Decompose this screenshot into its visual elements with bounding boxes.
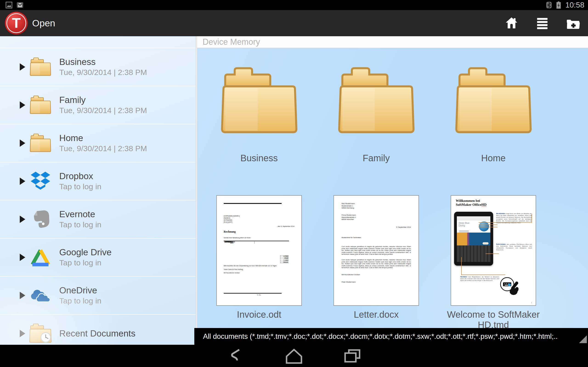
sidebar-item-dropbox[interactable]: Dropbox Tap to log in	[0, 162, 196, 200]
annotation-line	[461, 257, 462, 275]
item-subtitle: Tue, 9/30/2014 | 2:38 PM	[59, 143, 147, 153]
item-subtitle: Tap to log in	[59, 296, 101, 306]
invoice-note: Vielen Dank für Ihren Auftrag.	[224, 269, 243, 270]
nav-back-button[interactable]	[220, 345, 252, 367]
letter-paragraph: Cum sociis natoque penatibus et magnis d…	[342, 259, 411, 269]
invoice-note: Bitte bezahlen Sie den Gesamtbetrag von …	[224, 265, 277, 267]
item-subtitle: Tue, 9/30/2014 | 2:38 PM	[59, 105, 147, 115]
battery-charging-icon	[556, 1, 561, 9]
home-icon	[505, 16, 519, 30]
item-title: Recent Documents	[59, 328, 136, 339]
google-drive-icon	[29, 246, 52, 269]
invoice-intro: Gemäß Ihrer Bestellung liefern wir Ihnen…	[224, 237, 251, 239]
expand-arrow-icon[interactable]	[20, 216, 25, 223]
folder-icon	[29, 36, 52, 37]
expand-arrow-icon[interactable]	[20, 254, 25, 261]
folder-name: Home	[435, 153, 552, 163]
gallery-notification-icon	[6, 2, 12, 8]
letter-subject: Musterbrief für Textmaker	[342, 236, 361, 239]
file-browser-panel: Device Memory Business Family Home	[197, 36, 588, 345]
document-name: Welcome to SoftMaker HD.tmd	[435, 309, 552, 330]
page-number: 1	[531, 302, 532, 303]
invoice-note: Mit freundlichen Grüßen	[224, 272, 240, 274]
document-tile-welcome[interactable]: Willkommen bei SoftMaker Office HD Deep …	[435, 195, 552, 330]
sidebar-item-family[interactable]: Family Tue, 9/30/2014 | 2:38 PM	[0, 86, 196, 124]
view-mode-button[interactable]	[535, 16, 549, 30]
sidebar-item-recent-documents[interactable]: Recent Documents	[0, 314, 196, 345]
android-nav-bar	[0, 345, 588, 367]
sidebar-item-evernote[interactable]: Evernote Tap to log in	[0, 200, 196, 238]
textmaker-app-icon[interactable]: T	[5, 12, 27, 34]
annotation-line	[461, 275, 505, 275]
list-view-icon	[536, 17, 548, 29]
tablet-illustration: Deep Blue Diving	[454, 212, 493, 266]
home-folder-button[interactable]	[504, 16, 519, 30]
filter-text: All documents (*.tmd;*.tmv;*.doc;*.dot;*…	[203, 332, 558, 341]
expand-arrow-icon[interactable]	[20, 330, 25, 337]
mini-photo-circle	[479, 221, 489, 232]
item-title: Home	[59, 133, 147, 143]
invoice-table: MengeArtikelbezeichnung Einzelpreis [Eur…	[224, 241, 289, 241]
rule	[224, 293, 282, 294]
sidebar-item-home[interactable]: Home Tue, 9/30/2014 | 2:38 PM	[0, 124, 196, 162]
expand-arrow-icon[interactable]	[20, 101, 25, 109]
bluetooth-icon	[546, 1, 552, 9]
folder-icon	[337, 66, 416, 137]
expand-arrow-icon[interactable]	[20, 177, 25, 185]
folder-tile-business[interactable]: Business	[200, 66, 318, 163]
gmail-notification-icon	[17, 2, 23, 8]
welcome-title: Willkommen bei SoftMaker Office HD	[456, 199, 481, 207]
content-area: Business Tue, 9/30/2014 | 2:38 PM Family…	[0, 36, 588, 345]
sidebar-item-partial[interactable]	[0, 36, 196, 48]
new-folder-button[interactable]	[566, 16, 580, 30]
invoice-thumbnail: [VORNAME] [NAME1][NAME2] [STRASSE][PLZ] …	[216, 195, 302, 306]
clock-text: 10:58	[565, 1, 584, 9]
mini-toolbar	[457, 216, 490, 220]
dropdown-corner-icon	[579, 335, 587, 343]
letter-signature: Peter Mustermann	[342, 281, 356, 283]
location-label: Device Memory	[203, 37, 260, 47]
invoice-pagefoot: Tel: ✦ Fax:	[217, 294, 301, 296]
back-icon	[225, 348, 246, 364]
folder-tile-family[interactable]: Family	[318, 66, 435, 163]
expand-arrow-icon[interactable]	[20, 63, 25, 71]
document-tile-letter[interactable]: Max MustermannMusterstraße 190509 Nürnbe…	[318, 195, 435, 320]
rule	[224, 203, 282, 204]
location-header: Device Memory	[197, 36, 588, 48]
document-tile-invoice[interactable]: [VORNAME] [NAME1][NAME2] [STRASSE][PLZ] …	[200, 195, 318, 320]
item-title: Dropbox	[59, 171, 101, 181]
file-type-filter-dropdown[interactable]: All documents (*.tmd;*.tmv;*.doc;*.dot;*…	[194, 328, 588, 345]
expand-arrow-icon[interactable]	[20, 140, 25, 147]
mini-doc-title: Deep Blue Diving	[459, 222, 475, 227]
invoice-heading: Rechnung	[224, 230, 236, 234]
welcome-section: Tastatur:Sie haben zwei Möglichkeiten, d…	[460, 276, 499, 282]
welcome-section: Menüleiste:Die Menüleiste zeigt Ihnen ei…	[496, 213, 532, 224]
item-subtitle: Tap to log in	[59, 258, 112, 268]
folder-name: Family	[318, 153, 435, 163]
welcome-section: Seitenleiste:Durch Antippen des vertikal…	[496, 243, 532, 251]
annotation-line	[485, 253, 499, 254]
invoice-date: , den 5. September 2014	[277, 225, 294, 227]
nav-recents-button[interactable]	[336, 345, 368, 367]
item-title: Business	[59, 57, 147, 67]
item-title: Family	[59, 95, 147, 105]
item-subtitle: Tap to log in	[59, 181, 101, 192]
sidebar-item-onedrive[interactable]: OneDrive Tap to log in	[0, 276, 196, 314]
folder-clock-icon	[29, 322, 52, 345]
recipient-block: Firma MustermannMaximilianstraße 180539 …	[342, 214, 356, 221]
folder-icon	[29, 94, 52, 117]
file-grid: Business Family Home [VORNAME] [NAME1][N…	[197, 48, 588, 345]
item-title: Google Drive	[59, 247, 112, 258]
sidebar-item-business[interactable]: Business Tue, 9/30/2014 | 2:38 PM	[0, 48, 196, 86]
folder-tile-home[interactable]: Home	[435, 66, 552, 163]
folder-name: Business	[200, 153, 318, 163]
item-subtitle: Tue, 9/30/2014 | 2:38 PM	[59, 67, 147, 77]
recents-icon	[342, 348, 363, 364]
welcome-thumbnail: Willkommen bei SoftMaker Office HD Deep …	[451, 195, 536, 306]
letter-thumbnail: Max MustermannMusterstraße 190509 Nürnbe…	[334, 195, 419, 306]
nav-home-button[interactable]	[278, 345, 310, 367]
item-subtitle: Tap to log in	[59, 219, 101, 230]
expand-arrow-icon[interactable]	[20, 292, 25, 299]
sidebar-item-google-drive[interactable]: Google Drive Tap to log in	[0, 238, 196, 276]
sender-block: Max MustermannMusterstraße 190509 Nürnbe…	[342, 202, 355, 209]
